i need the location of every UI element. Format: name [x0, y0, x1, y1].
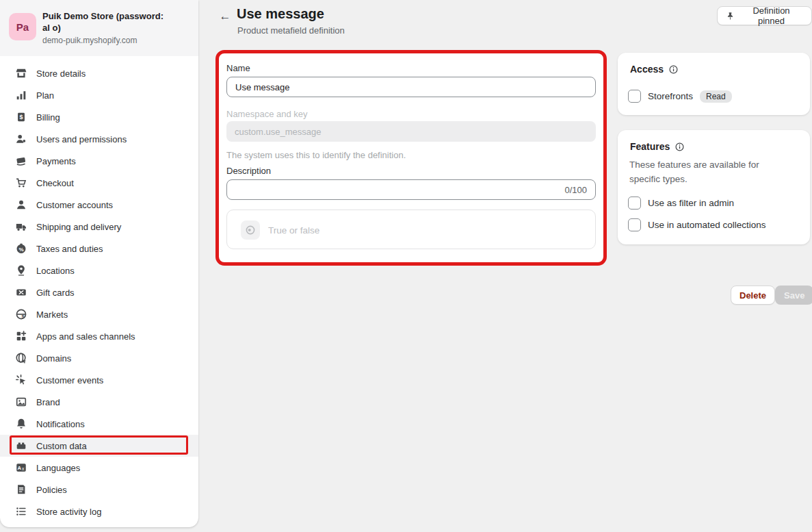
sidebar-item-label: Gift cards [36, 288, 75, 298]
sidebar-item-taxes-and-duties[interactable]: % Taxes and duties [0, 238, 198, 259]
svg-text:$: $ [19, 114, 23, 121]
markets-icon: $ [15, 308, 27, 320]
sidebar-item-label: Shipping and delivery [36, 222, 121, 232]
storefronts-checkbox[interactable] [628, 90, 641, 103]
taxes-icon: % [15, 242, 27, 255]
sidebar-item-label: Languages [36, 463, 80, 473]
notifications-icon [15, 418, 27, 430]
sidebar-item-label: Brand [36, 397, 60, 407]
sidebar-item-languages[interactable]: Ax Languages [0, 457, 198, 479]
sidebar-item-brand[interactable]: Brand [0, 391, 198, 413]
gift-cards-icon [15, 286, 27, 299]
checkout-icon [15, 177, 27, 189]
storefronts-label: Storefronts [648, 91, 693, 101]
definition-pinned-button[interactable]: Definition pinned [717, 6, 812, 25]
policies-icon [15, 483, 27, 496]
sidebar-item-label: Taxes and duties [36, 244, 103, 254]
use-as-filter-label: Use as filter in admin [648, 198, 734, 208]
sidebar-item-shipping-and-delivery[interactable]: Shipping and delivery [0, 216, 198, 238]
sidebar-item-label: Store details [36, 68, 86, 79]
sidebar-item-label: Notifications [36, 419, 85, 429]
sidebar-item-label: Billing [36, 112, 60, 123]
sidebar-item-label: Payments [36, 156, 76, 166]
sidebar-item-markets[interactable]: $ Markets [0, 303, 198, 325]
features-description: These features are available for specifi… [629, 157, 792, 186]
settings-sidebar: Pa Puik Demo Store (password: al o) demo… [0, 0, 198, 527]
sidebar-item-label: Custom data [36, 441, 87, 451]
settings-page: Pa Puik Demo Store (password: al o) demo… [0, 0, 812, 532]
sidebar-item-notifications[interactable]: Notifications [0, 413, 198, 435]
locations-icon [15, 264, 27, 277]
use-as-filter-checkbox[interactable] [628, 197, 641, 210]
sidebar-item-plan[interactable]: Plan [0, 84, 198, 106]
sidebar-item-label: Plan [36, 90, 54, 101]
description-label: Description [226, 166, 271, 176]
features-card: Features These features are available fo… [618, 130, 810, 244]
sidebar-item-checkout[interactable]: Checkout [0, 172, 198, 194]
access-card: Access Storefronts Read [618, 53, 810, 115]
info-icon[interactable] [668, 64, 679, 75]
sidebar-item-policies[interactable]: Policies [0, 479, 198, 501]
sidebar-item-apps-and-sales-channels[interactable]: Apps and sales channels [0, 325, 198, 347]
namespace-label: Namespace and key [226, 109, 308, 119]
sidebar-item-domains[interactable]: Domains [0, 347, 198, 369]
filter-admin-row: Use as filter in admin [628, 197, 734, 210]
store-header: Pa Puik Demo Store (password: al o) demo… [0, 0, 198, 56]
automated-collections-checkbox[interactable] [628, 218, 641, 231]
activity-log-icon [15, 505, 27, 518]
svg-text:$: $ [22, 314, 25, 320]
sidebar-item-store-details[interactable]: Store details [0, 62, 198, 84]
store-name: Puik Demo Store (password: al o) [42, 10, 167, 34]
sidebar-item-label: Apps and sales channels [36, 331, 135, 342]
page-title: Use message [237, 6, 324, 22]
namespace-help-text: The system uses this to identify the def… [226, 150, 406, 160]
info-icon[interactable] [675, 142, 685, 152]
pin-icon [726, 12, 735, 21]
sidebar-item-label: Checkout [36, 178, 74, 188]
name-label: Name [226, 63, 250, 73]
domains-icon [15, 352, 27, 364]
name-input[interactable] [226, 77, 596, 97]
sidebar-item-locations[interactable]: Locations [0, 259, 198, 281]
svg-text:%: % [18, 246, 23, 253]
shipping-icon [15, 220, 27, 233]
customer-accounts-icon [15, 199, 27, 211]
svg-text:A: A [18, 465, 22, 471]
sidebar-item-billing[interactable]: $ Billing [0, 106, 198, 128]
description-input[interactable] [226, 179, 596, 200]
sidebar-item-label: Customer events [36, 375, 103, 385]
description-char-counter: 0/100 [564, 185, 587, 195]
sidebar-item-custom-data[interactable]: Custom data [0, 435, 198, 457]
sidebar-item-store-activity-log[interactable]: Store activity log [0, 501, 198, 522]
store-icon [15, 67, 27, 79]
sidebar-item-label: Domains [36, 353, 71, 364]
sidebar-item-label: Users and permissions [36, 134, 127, 144]
sidebar-item-label: Locations [36, 266, 75, 276]
sidebar-item-customer-accounts[interactable]: Customer accounts [0, 194, 198, 216]
sidebar-item-gift-cards[interactable]: Gift cards [0, 281, 198, 303]
sidebar-item-label: Markets [36, 309, 68, 320]
metafield-definition-card: Name Namespace and key The system uses t… [218, 52, 605, 264]
sidebar-item-users-and-permissions[interactable]: Users and permissions [0, 128, 198, 150]
billing-icon: $ [15, 111, 27, 123]
payments-icon [15, 155, 27, 167]
delete-button[interactable]: Delete [731, 286, 775, 305]
save-button[interactable]: Save [775, 286, 812, 305]
back-button[interactable]: ← [216, 8, 234, 25]
access-title: Access [630, 64, 664, 75]
store-avatar: Pa [9, 13, 36, 40]
sidebar-item-payments[interactable]: Payments [0, 150, 198, 172]
customer-events-icon [15, 374, 27, 386]
automated-collections-label: Use in automated collections [648, 220, 766, 230]
sidebar-item-label: Policies [36, 485, 67, 495]
namespace-input [226, 121, 596, 142]
back-arrow-icon: ← [220, 10, 231, 23]
type-icon-container [241, 220, 260, 240]
sidebar-item-customer-events[interactable]: Customer events [0, 369, 198, 391]
sidebar-item-label: Store activity log [36, 507, 101, 517]
sidebar-item-label: Customer accounts [36, 200, 113, 210]
storefronts-access-row: Storefronts Read [628, 90, 732, 103]
pinned-button-label: Definition pinned [739, 5, 803, 26]
languages-icon: Ax [15, 461, 27, 474]
plan-icon [15, 89, 27, 101]
